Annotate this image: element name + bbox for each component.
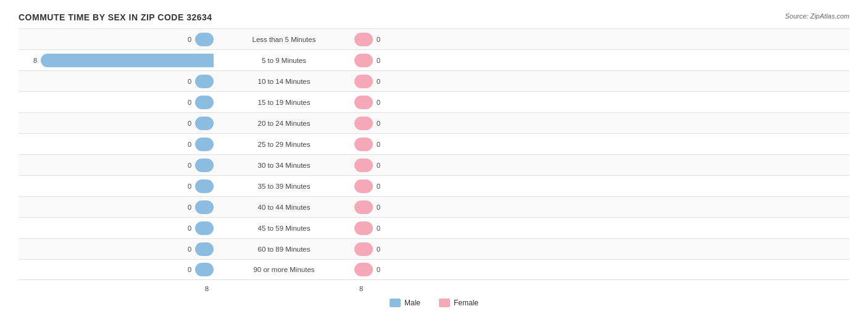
bar-center-label: 30 to 34 Minutes (216, 162, 352, 169)
male-bar (195, 75, 214, 88)
axis-row: 8 8 (19, 283, 849, 294)
axis-right-val: 8 (354, 285, 368, 292)
bar-center-label: 5 to 9 Minutes (216, 57, 352, 64)
bar-row: 0 35 to 39 Minutes 0 (19, 175, 849, 196)
bar-row: 0 40 to 44 Minutes 0 (19, 196, 849, 217)
source-label: Source: ZipAtlas.com (785, 12, 849, 20)
left-section: 0 (19, 33, 216, 46)
male-value: 0 (177, 204, 191, 211)
male-bar (195, 200, 214, 214)
row-label: 45 to 59 Minutes (216, 225, 352, 232)
legend: Male Female (19, 299, 849, 307)
left-section: 0 (19, 263, 216, 276)
male-bar (195, 96, 214, 109)
bar-center-label: 20 to 24 Minutes (216, 120, 352, 127)
female-value: 0 (377, 57, 391, 64)
female-bar (354, 159, 373, 172)
male-bar (195, 221, 214, 235)
left-section: 0 (19, 242, 216, 256)
male-value: 0 (177, 246, 191, 253)
bar-center-label: 10 to 14 Minutes (216, 78, 352, 85)
chart-title: COMMUTE TIME BY SEX IN ZIP CODE 32634 (19, 12, 212, 22)
left-section: 8 (19, 54, 216, 67)
row-label: Less than 5 Minutes (216, 36, 352, 43)
female-bar (354, 75, 373, 88)
bar-center-label: 15 to 19 Minutes (216, 99, 352, 106)
female-bar (354, 180, 373, 193)
female-bar (354, 117, 373, 130)
female-swatch (439, 299, 450, 307)
legend-male: Male (390, 299, 420, 307)
row-label: 15 to 19 Minutes (216, 99, 352, 106)
chart-area: 0 Less than 5 Minutes 0 8 5 to 9 Minutes… (19, 28, 849, 280)
female-bar (354, 200, 373, 214)
male-value: 0 (177, 78, 191, 85)
male-bar (195, 138, 214, 151)
left-section: 0 (19, 117, 216, 130)
male-bar (195, 180, 214, 193)
bar-row: 0 45 to 59 Minutes 0 (19, 217, 849, 238)
right-section: 0 (352, 242, 549, 256)
row-label: 60 to 89 Minutes (216, 246, 352, 253)
right-section: 0 (352, 180, 549, 193)
female-bar (354, 242, 373, 256)
right-section: 0 (352, 33, 549, 46)
bar-row: 0 25 to 29 Minutes 0 (19, 133, 849, 154)
female-bar (354, 221, 373, 235)
row-label: 90 or more Minutes (216, 266, 352, 273)
male-value: 8 (22, 57, 37, 64)
female-bar (354, 263, 373, 276)
bar-row: 0 10 to 14 Minutes 0 (19, 70, 849, 91)
female-value: 0 (377, 266, 391, 273)
right-section: 0 (352, 138, 549, 151)
bar-row: 0 30 to 34 Minutes 0 (19, 154, 849, 175)
female-bar (354, 54, 373, 67)
bar-center-label: 90 or more Minutes (216, 266, 352, 273)
right-section: 0 (352, 54, 549, 67)
male-bar (195, 33, 214, 46)
female-value: 0 (377, 225, 391, 232)
bar-row: 0 Less than 5 Minutes 0 (19, 28, 849, 49)
bar-row: 0 15 to 19 Minutes 0 (19, 91, 849, 112)
row-label: 20 to 24 Minutes (216, 120, 352, 127)
female-value: 0 (377, 78, 391, 85)
male-bar (195, 263, 214, 276)
male-value: 0 (177, 120, 191, 127)
right-section: 0 (352, 117, 549, 130)
female-value: 0 (377, 246, 391, 253)
male-value: 0 (177, 162, 191, 169)
male-swatch (390, 299, 401, 307)
bar-row: 0 60 to 89 Minutes 0 (19, 238, 849, 259)
legend-female: Female (439, 299, 478, 307)
left-section: 0 (19, 221, 216, 235)
female-value: 0 (377, 183, 391, 190)
male-value: 0 (177, 141, 191, 148)
bar-center-label: 35 to 39 Minutes (216, 183, 352, 190)
bar-row: 8 5 to 9 Minutes 0 (19, 49, 849, 70)
male-bar (195, 159, 214, 172)
male-bar (41, 54, 214, 67)
axis-left-val: 8 (200, 285, 214, 292)
row-label: 10 to 14 Minutes (216, 78, 352, 85)
female-value: 0 (377, 120, 391, 127)
row-label: 40 to 44 Minutes (216, 204, 352, 211)
left-section: 0 (19, 138, 216, 151)
right-section: 0 (352, 159, 549, 172)
left-section: 0 (19, 75, 216, 88)
female-value: 0 (377, 162, 391, 169)
male-bar (195, 242, 214, 256)
left-section: 0 (19, 180, 216, 193)
right-section: 0 (352, 200, 549, 214)
female-bar (354, 138, 373, 151)
right-section: 0 (352, 75, 549, 88)
row-label: 30 to 34 Minutes (216, 162, 352, 169)
female-value: 0 (377, 99, 391, 106)
female-bar (354, 96, 373, 109)
male-bar (195, 117, 214, 130)
bar-center-label: 25 to 29 Minutes (216, 141, 352, 148)
female-bar (354, 33, 373, 46)
bar-row: 0 90 or more Minutes 0 (19, 259, 849, 280)
female-value: 0 (377, 141, 391, 148)
bar-center-label: 40 to 44 Minutes (216, 204, 352, 211)
male-value: 0 (177, 183, 191, 190)
